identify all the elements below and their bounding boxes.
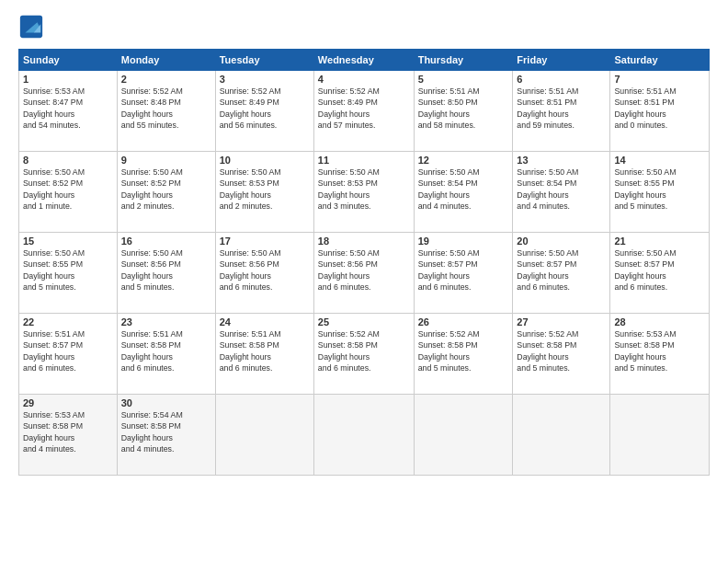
calendar-cell: 18Sunrise: 5:50 AMSunset: 8:56 PMDayligh…: [313, 233, 414, 314]
day-info: Sunrise: 5:53 AMSunset: 8:58 PMDaylight …: [23, 409, 113, 454]
day-info: Sunrise: 5:50 AMSunset: 8:55 PMDaylight …: [614, 167, 705, 212]
logo: [18, 14, 46, 40]
calendar-page: SundayMondayTuesdayWednesdayThursdayFrid…: [0, 0, 728, 563]
calendar-cell: 9Sunrise: 5:50 AMSunset: 8:52 PMDaylight…: [117, 152, 215, 233]
calendar-cell: 12Sunrise: 5:50 AMSunset: 8:54 PMDayligh…: [414, 152, 513, 233]
day-info: Sunrise: 5:50 AMSunset: 8:56 PMDaylight …: [121, 247, 211, 293]
calendar-cell: 17Sunrise: 5:50 AMSunset: 8:56 PMDayligh…: [215, 233, 313, 314]
day-info: Sunrise: 5:50 AMSunset: 8:53 PMDaylight …: [318, 167, 410, 212]
day-info: Sunrise: 5:54 AMSunset: 8:58 PMDaylight …: [121, 409, 211, 454]
day-number: 1: [23, 74, 113, 85]
column-header-tuesday: Tuesday: [215, 50, 313, 71]
day-info: Sunrise: 5:51 AMSunset: 8:51 PMDaylight …: [517, 86, 606, 131]
calendar-cell: 11Sunrise: 5:50 AMSunset: 8:53 PMDayligh…: [313, 152, 414, 233]
day-number: 21: [614, 236, 705, 247]
day-number: 10: [220, 155, 310, 166]
day-info: Sunrise: 5:50 AMSunset: 8:57 PMDaylight …: [614, 247, 705, 293]
day-info: Sunrise: 5:51 AMSunset: 8:58 PMDaylight …: [220, 328, 310, 373]
day-number: 4: [318, 74, 410, 85]
day-number: 20: [517, 236, 606, 247]
calendar-cell: 26Sunrise: 5:52 AMSunset: 8:58 PMDayligh…: [414, 314, 513, 395]
day-number: 3: [220, 74, 310, 85]
calendar-cell: 24Sunrise: 5:51 AMSunset: 8:58 PMDayligh…: [215, 314, 313, 395]
calendar-cell: 10Sunrise: 5:50 AMSunset: 8:53 PMDayligh…: [215, 152, 313, 233]
calendar-cell: 5Sunrise: 5:51 AMSunset: 8:50 PMDaylight…: [414, 71, 513, 152]
column-header-monday: Monday: [117, 50, 215, 71]
day-number: 19: [418, 236, 509, 247]
day-number: 23: [121, 316, 211, 327]
calendar-cell: 20Sunrise: 5:50 AMSunset: 8:57 PMDayligh…: [513, 233, 610, 314]
column-header-thursday: Thursday: [414, 50, 513, 71]
calendar-cell: 28Sunrise: 5:53 AMSunset: 8:58 PMDayligh…: [610, 314, 710, 395]
day-number: 22: [23, 316, 113, 327]
day-number: 28: [614, 316, 705, 327]
calendar-cell: 14Sunrise: 5:50 AMSunset: 8:55 PMDayligh…: [610, 152, 710, 233]
day-number: 16: [121, 236, 211, 247]
day-info: Sunrise: 5:52 AMSunset: 8:58 PMDaylight …: [318, 328, 410, 373]
day-info: Sunrise: 5:50 AMSunset: 8:52 PMDaylight …: [23, 167, 113, 212]
day-info: Sunrise: 5:52 AMSunset: 8:48 PMDaylight …: [121, 86, 211, 131]
day-number: 29: [23, 397, 113, 408]
day-number: 24: [220, 316, 310, 327]
calendar-cell: 1Sunrise: 5:53 AMSunset: 8:47 PMDaylight…: [19, 71, 118, 152]
column-header-friday: Friday: [513, 50, 610, 71]
day-info: Sunrise: 5:50 AMSunset: 8:57 PMDaylight …: [517, 247, 606, 293]
calendar-cell: 30Sunrise: 5:54 AMSunset: 8:58 PMDayligh…: [117, 395, 215, 476]
calendar-cell: 4Sunrise: 5:52 AMSunset: 8:49 PMDaylight…: [313, 71, 414, 152]
calendar-cell: [513, 395, 610, 476]
day-info: Sunrise: 5:51 AMSunset: 8:51 PMDaylight …: [614, 86, 705, 131]
day-info: Sunrise: 5:50 AMSunset: 8:53 PMDaylight …: [220, 167, 310, 212]
calendar-cell: 7Sunrise: 5:51 AMSunset: 8:51 PMDaylight…: [610, 71, 710, 152]
day-number: 8: [23, 155, 113, 166]
day-number: 26: [418, 316, 509, 327]
calendar-cell: 29Sunrise: 5:53 AMSunset: 8:58 PMDayligh…: [19, 395, 118, 476]
day-info: Sunrise: 5:52 AMSunset: 8:49 PMDaylight …: [318, 86, 410, 131]
day-number: 15: [23, 236, 113, 247]
day-info: Sunrise: 5:50 AMSunset: 8:56 PMDaylight …: [318, 247, 410, 293]
calendar-cell: [414, 395, 513, 476]
calendar-cell: 21Sunrise: 5:50 AMSunset: 8:57 PMDayligh…: [610, 233, 710, 314]
calendar-cell: 22Sunrise: 5:51 AMSunset: 8:57 PMDayligh…: [19, 314, 118, 395]
day-number: 5: [418, 74, 509, 85]
day-info: Sunrise: 5:50 AMSunset: 8:52 PMDaylight …: [121, 167, 211, 212]
calendar-cell: 15Sunrise: 5:50 AMSunset: 8:55 PMDayligh…: [19, 233, 118, 314]
column-header-saturday: Saturday: [610, 50, 710, 71]
calendar-week-5: 29Sunrise: 5:53 AMSunset: 8:58 PMDayligh…: [19, 395, 710, 476]
calendar-cell: 8Sunrise: 5:50 AMSunset: 8:52 PMDaylight…: [19, 152, 118, 233]
calendar-week-3: 15Sunrise: 5:50 AMSunset: 8:55 PMDayligh…: [19, 233, 710, 314]
day-info: Sunrise: 5:50 AMSunset: 8:54 PMDaylight …: [517, 167, 606, 212]
day-info: Sunrise: 5:50 AMSunset: 8:56 PMDaylight …: [220, 247, 310, 293]
header: [18, 14, 710, 40]
calendar-cell: 23Sunrise: 5:51 AMSunset: 8:58 PMDayligh…: [117, 314, 215, 395]
day-info: Sunrise: 5:53 AMSunset: 8:47 PMDaylight …: [23, 86, 113, 131]
calendar-cell: 27Sunrise: 5:52 AMSunset: 8:58 PMDayligh…: [513, 314, 610, 395]
logo-icon: [18, 14, 44, 40]
calendar-cell: [610, 395, 710, 476]
day-number: 9: [121, 155, 211, 166]
day-info: Sunrise: 5:52 AMSunset: 8:49 PMDaylight …: [220, 86, 310, 131]
calendar-week-2: 8Sunrise: 5:50 AMSunset: 8:52 PMDaylight…: [19, 152, 710, 233]
day-number: 13: [517, 155, 606, 166]
column-header-wednesday: Wednesday: [313, 50, 414, 71]
day-number: 27: [517, 316, 606, 327]
calendar-cell: [313, 395, 414, 476]
calendar-table: SundayMondayTuesdayWednesdayThursdayFrid…: [18, 49, 710, 476]
day-number: 17: [220, 236, 310, 247]
calendar-cell: 13Sunrise: 5:50 AMSunset: 8:54 PMDayligh…: [513, 152, 610, 233]
day-number: 12: [418, 155, 509, 166]
day-info: Sunrise: 5:51 AMSunset: 8:58 PMDaylight …: [121, 328, 211, 373]
calendar-cell: 6Sunrise: 5:51 AMSunset: 8:51 PMDaylight…: [513, 71, 610, 152]
day-number: 30: [121, 397, 211, 408]
day-number: 25: [318, 316, 410, 327]
calendar-cell: 2Sunrise: 5:52 AMSunset: 8:48 PMDaylight…: [117, 71, 215, 152]
day-info: Sunrise: 5:52 AMSunset: 8:58 PMDaylight …: [517, 328, 606, 373]
day-info: Sunrise: 5:51 AMSunset: 8:50 PMDaylight …: [418, 86, 509, 131]
calendar-header-row: SundayMondayTuesdayWednesdayThursdayFrid…: [19, 50, 710, 71]
calendar-cell: [215, 395, 313, 476]
day-info: Sunrise: 5:52 AMSunset: 8:58 PMDaylight …: [418, 328, 509, 373]
day-number: 14: [614, 155, 705, 166]
day-number: 18: [318, 236, 410, 247]
day-info: Sunrise: 5:50 AMSunset: 8:55 PMDaylight …: [23, 247, 113, 293]
day-info: Sunrise: 5:51 AMSunset: 8:57 PMDaylight …: [23, 328, 113, 373]
day-number: 2: [121, 74, 211, 85]
